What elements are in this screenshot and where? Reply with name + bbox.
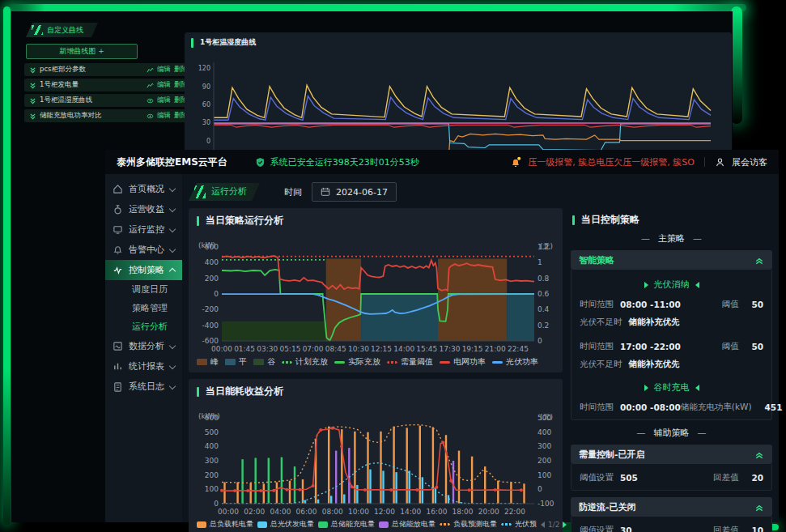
card-title: 智能策略 xyxy=(579,254,614,266)
legend-item[interactable]: 总储能充电量 xyxy=(318,519,375,530)
field-label: 储能充电功率(kW) xyxy=(681,402,752,413)
sidebar-item-control-strategy[interactable]: 控制策略 xyxy=(105,260,182,280)
sidebar-item-label: 控制策略 xyxy=(129,264,164,276)
top-bar: 泰州多储联控EMS云平台 系统已安全运行398天23时01分53秒 压一级报警,… xyxy=(105,150,779,174)
date-picker[interactable]: 2024-06-17 xyxy=(312,182,397,202)
left-axis-unit: (kW) xyxy=(198,241,215,249)
field-value: 17:00 -22:00 xyxy=(620,342,681,351)
legend-item[interactable]: 光伏功率 xyxy=(492,356,538,368)
user-icon xyxy=(715,157,725,168)
legend-item[interactable]: 平 xyxy=(225,356,247,368)
sidebar-item-label: 运行监控 xyxy=(129,223,164,236)
pager-prev-icon[interactable] xyxy=(541,521,545,528)
list-item[interactable]: 1号柜发电量 编辑 删除 xyxy=(24,79,193,92)
svg-text:16:00: 16:00 xyxy=(426,508,447,516)
card-header[interactable]: 需量控制-已开启 xyxy=(571,445,772,464)
pager-page: 1/2 xyxy=(548,521,559,529)
custom-curve-tab[interactable]: 自定义曲线 xyxy=(26,23,98,37)
sidebar-item-data-analysis[interactable]: 数据分析 xyxy=(105,336,182,356)
chevron-double-down-icon xyxy=(29,66,36,74)
field-value: 08:00 -11:00 xyxy=(620,300,681,309)
legend-label: 负载预测电量 xyxy=(453,519,497,530)
list-item[interactable]: 储能充放电功率对比 编辑 删除 xyxy=(24,109,193,122)
sidebar-subitem-dispatch-calendar[interactable]: 调度日历 xyxy=(105,280,182,299)
svg-text:00:00: 00:00 xyxy=(211,345,232,353)
svg-text:05:15: 05:15 xyxy=(279,345,300,353)
legend-swatch xyxy=(379,521,389,528)
legend-item[interactable]: 谷 xyxy=(253,356,275,368)
svg-text:18:00: 18:00 xyxy=(452,508,474,516)
chevron-up-icon xyxy=(169,268,176,275)
add-curve-button[interactable]: 新增曲线图 + xyxy=(26,44,138,59)
wave-box-icon xyxy=(113,341,123,351)
sidebar-item-label: 数据分析 xyxy=(129,340,164,352)
edit-button[interactable]: 编辑 xyxy=(157,65,171,74)
edit-button[interactable]: 编辑 xyxy=(157,96,171,105)
collapse-icon[interactable] xyxy=(754,503,764,512)
sidebar-item-revenue[interactable]: 运营收益 xyxy=(105,199,182,219)
sidebar-subitem-strategy-management[interactable]: 策略管理 xyxy=(105,299,182,317)
card-header[interactable]: 智能策略 xyxy=(571,250,772,270)
curve-label: pcs柜部分参数 xyxy=(40,65,86,74)
legend-item[interactable]: 计划充放 xyxy=(282,356,328,368)
svg-text:300: 300 xyxy=(205,457,219,465)
legend-item[interactable]: 峰 xyxy=(197,356,219,368)
svg-text:0: 0 xyxy=(537,337,542,345)
svg-text:22:00: 22:00 xyxy=(504,508,525,516)
tab-run-analysis[interactable]: 运行分析 xyxy=(189,183,260,201)
card-title: 防逆流-已关闭 xyxy=(579,501,636,513)
legend-item[interactable]: 负载预测电量 xyxy=(440,519,497,530)
eye-icon xyxy=(147,97,154,104)
main-window: 泰州多储联控EMS云平台 系统已安全运行398天23时01分53秒 压一级报警,… xyxy=(105,150,779,522)
alarm-marquee[interactable]: 压一级报警, 簇总电压欠压一级报警, 簇SO xyxy=(528,156,695,168)
svg-text:0.6: 0.6 xyxy=(537,290,550,298)
field-value: 50 xyxy=(751,300,763,309)
tab-stripes-icon xyxy=(194,185,206,198)
legend-item[interactable]: 需量阈值 xyxy=(387,356,433,368)
edit-button[interactable]: 编辑 xyxy=(157,111,171,121)
legend-swatch xyxy=(253,359,264,365)
legend-label: 峰 xyxy=(210,356,219,368)
legend-item[interactable]: 实际充放 xyxy=(334,356,380,368)
alarm-bell-icon[interactable] xyxy=(510,156,521,168)
svg-text:08:45: 08:45 xyxy=(325,345,346,353)
svg-text:0: 0 xyxy=(214,290,219,298)
collapse-icon[interactable] xyxy=(754,450,764,459)
svg-text:-400: -400 xyxy=(202,321,219,330)
list-item[interactable]: pcs柜部分参数 编辑 删除 xyxy=(24,63,193,76)
collapse-icon[interactable] xyxy=(754,256,764,265)
time-label: 时间 xyxy=(284,186,302,198)
sidebar-subitem-run-analysis[interactable]: 运行分析 xyxy=(105,317,182,336)
field-label: 光伏不足时 xyxy=(580,317,622,328)
card-header[interactable]: 防逆流-已关闭 xyxy=(571,497,772,517)
legend-pager: 1/2 xyxy=(541,521,567,529)
list-item[interactable]: 1号柜温湿度曲线 编辑 删除 xyxy=(24,94,193,107)
field-label: 回差值 xyxy=(713,472,739,483)
safe-run-status: 系统已安全运行398天23时01分53秒 xyxy=(255,156,419,168)
legend-label: 谷 xyxy=(267,356,275,368)
sidebar-item-alarms[interactable]: 告警中心 xyxy=(105,240,182,260)
legend-item[interactable]: 光伏预 xyxy=(501,519,537,530)
legend-item[interactable]: 总光伏发电量 xyxy=(257,519,314,530)
legend-item[interactable]: 总储能放电量 xyxy=(379,519,435,530)
sidebar-item-home[interactable]: 首页概况 xyxy=(105,179,182,199)
svg-text:21:00: 21:00 xyxy=(485,345,506,353)
sidebar-item-system-log[interactable]: 系统日志 xyxy=(105,377,182,397)
legend-item[interactable]: 总负载耗电量 xyxy=(197,519,253,530)
svg-text:22:45: 22:45 xyxy=(508,345,529,353)
edit-button[interactable]: 编辑 xyxy=(157,80,171,90)
sidebar-item-reports[interactable]: 统计报表 xyxy=(105,356,182,377)
sidebar-item-monitoring[interactable]: 运行监控 xyxy=(105,219,182,240)
user-name[interactable]: 展会访客 xyxy=(732,156,767,168)
legend-label: 总光伏发电量 xyxy=(270,519,314,530)
panel-title: 当日能耗收益分析 xyxy=(189,379,563,404)
svg-text:100: 100 xyxy=(537,471,551,479)
strategy-row: 时间范围 08:00 -11:00 阈值 50 xyxy=(571,296,771,313)
pager-next-icon[interactable] xyxy=(563,521,567,528)
legend-item[interactable]: 电网功率 xyxy=(440,356,486,368)
shield-icon xyxy=(255,157,266,168)
svg-text:02:00: 02:00 xyxy=(244,508,265,516)
custom-curve-tab-label: 自定义曲线 xyxy=(47,25,83,36)
dash-icon: — xyxy=(698,428,707,438)
screen: 自定义曲线 新增曲线图 + pcs柜部分参数 编辑 删除 1号柜发电量 编辑 删… xyxy=(0,0,786,532)
